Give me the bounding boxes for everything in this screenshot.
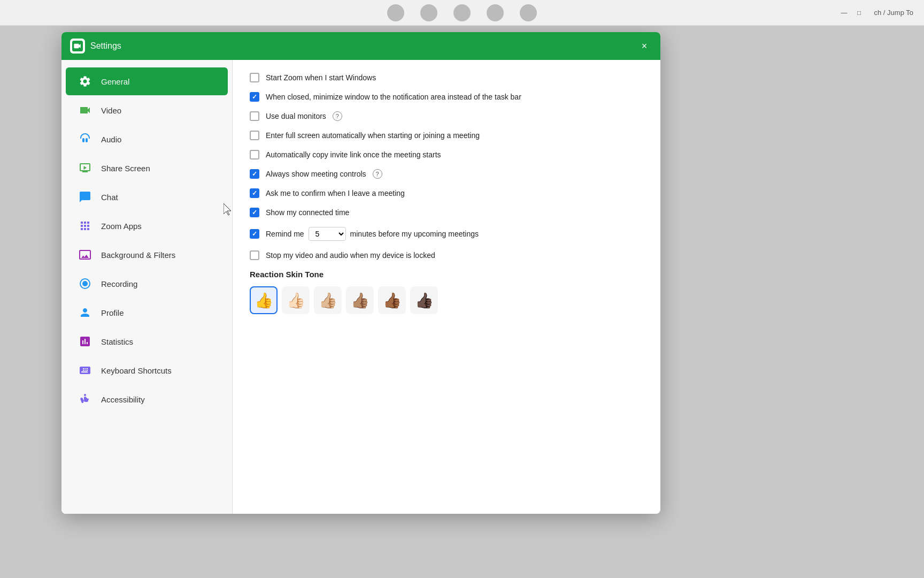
settings-dialog: Settings × General [61,32,660,514]
statistics-icon [76,333,94,350]
sidebar-item-video[interactable]: Video [66,96,228,124]
sidebar-label-background-filters: Background & Filters [101,250,175,260]
checkbox-copy-invite-label[interactable]: Automatically copy invite link once the … [266,150,441,159]
checkbox-copy-invite: Automatically copy invite link once the … [250,150,643,159]
sidebar-label-accessibility: Accessibility [101,395,145,404]
checkbox-remind-me: Remind me 5 10 15 20 minutes before my u… [250,227,643,241]
sidebar-label-share-screen: Share Screen [101,164,150,173]
main-content: Start Zoom when I start Windows When clo… [233,60,660,514]
apps-icon [76,217,94,234]
keyboard-icon [76,362,94,379]
background-icon [76,246,94,263]
remind-suffix: minutes before my upcoming meetings [350,230,479,238]
top-bar-right: — □ ch / Jump To [840,9,913,17]
checkbox-dual-monitors: Use dual monitors ? [250,111,643,121]
checkbox-full-screen: Enter full screen automatically when sta… [250,131,643,140]
sidebar-label-chat: Chat [101,193,118,202]
taskbar-icon-3 [453,4,471,21]
minimize-button[interactable]: — [840,9,849,17]
checkbox-start-windows-input[interactable] [250,73,259,82]
checkbox-start-windows: Start Zoom when I start Windows [250,73,643,82]
sidebar-item-share-screen[interactable]: Share Screen [66,154,228,182]
sidebar-label-general: General [101,77,129,86]
window-controls: — □ [840,9,864,17]
sidebar-label-audio: Audio [101,135,121,144]
chat-icon [76,188,94,206]
checkbox-connected-time-label[interactable]: Show my connected time [266,208,349,217]
dual-monitors-help-icon[interactable]: ? [333,111,342,121]
sidebar-item-chat[interactable]: Chat [66,183,228,211]
checkbox-stop-video-label[interactable]: Stop my video and audio when my device i… [266,251,435,260]
sidebar-item-accessibility[interactable]: Accessibility [66,385,228,413]
skin-tone-label: Reaction Skin Tone [250,270,643,279]
checkbox-show-controls: Always show meeting controls ? [250,169,643,179]
checkbox-dual-monitors-label[interactable]: Use dual monitors [266,112,326,120]
checkbox-full-screen-input[interactable] [250,131,259,140]
skin-tone-btn-4[interactable]: 👍🏾 [378,286,406,314]
sidebar-item-statistics[interactable]: Statistics [66,328,228,355]
headphones-icon [76,131,94,148]
sidebar-label-video: Video [101,106,121,115]
taskbar-icon-1 [387,4,404,21]
svg-point-2 [82,281,88,286]
checkbox-dual-monitors-input[interactable] [250,111,259,121]
checkbox-show-controls-label[interactable]: Always show meeting controls [266,170,366,178]
checkbox-minimize-notification-label[interactable]: When closed, minimize window to the noti… [266,93,521,101]
dialog-title: Settings [90,41,637,51]
video-icon [76,102,94,119]
sidebar-label-statistics: Statistics [101,337,133,346]
sidebar-item-zoom-apps[interactable]: Zoom Apps [66,212,228,240]
checkbox-confirm-leave-input[interactable] [250,188,259,198]
svg-point-3 [84,394,86,396]
sidebar-item-recording[interactable]: Recording [66,270,228,298]
desktop: — □ ch / Jump To Settings × [0,0,924,578]
taskbar-icon-2 [420,4,437,21]
checkbox-copy-invite-input[interactable] [250,150,259,159]
skin-tone-btn-2[interactable]: 👍🏼 [314,286,342,314]
sidebar-item-keyboard-shortcuts[interactable]: Keyboard Shortcuts [66,356,228,384]
checkbox-show-controls-input[interactable] [250,169,259,179]
recording-icon [76,275,94,292]
remind-minutes-select[interactable]: 5 10 15 20 [309,227,346,241]
dialog-titlebar: Settings × [61,32,660,60]
checkbox-confirm-leave-label[interactable]: Ask me to confirm when I leave a meeting [266,189,405,197]
taskbar-icon-4 [487,4,504,21]
sidebar-label-recording: Recording [101,279,137,288]
zoom-logo-icon [70,39,85,54]
search-jump-text: ch / Jump To [874,9,913,17]
accessibility-icon [76,391,94,408]
checkbox-stop-video-input[interactable] [250,250,259,260]
checkbox-start-windows-label[interactable]: Start Zoom when I start Windows [266,73,376,82]
skin-tone-section: Reaction Skin Tone 👍 👍🏻 👍🏼 👍🏽 👍🏾 👍🏿 [250,270,643,314]
taskbar-icon-5 [520,4,537,21]
sidebar-label-zoom-apps: Zoom Apps [101,222,142,231]
checkbox-stop-video: Stop my video and audio when my device i… [250,250,643,260]
maximize-button[interactable]: □ [855,9,864,17]
checkbox-minimize-notification-input[interactable] [250,92,259,102]
checkbox-full-screen-label[interactable]: Enter full screen automatically when sta… [266,131,480,140]
skin-tone-btn-3[interactable]: 👍🏽 [346,286,374,314]
show-controls-help-icon[interactable]: ? [373,169,382,179]
skin-tone-row: 👍 👍🏻 👍🏼 👍🏽 👍🏾 👍🏿 [250,286,643,314]
settings-sidebar: General Video [61,60,233,514]
sidebar-label-keyboard-shortcuts: Keyboard Shortcuts [101,366,172,375]
skin-tone-btn-1[interactable]: 👍🏻 [282,286,310,314]
skin-tone-btn-0[interactable]: 👍 [250,286,278,314]
dialog-body: General Video [61,60,660,514]
taskbar-icons [387,4,537,21]
checkbox-connected-time-input[interactable] [250,208,259,217]
checkbox-connected-time: Show my connected time [250,208,643,217]
close-button[interactable]: × [637,39,652,54]
sidebar-item-general[interactable]: General [66,67,228,95]
skin-tone-btn-5[interactable]: 👍🏿 [410,286,438,314]
sidebar-label-profile: Profile [101,308,124,317]
gear-icon [76,73,94,90]
sidebar-item-audio[interactable]: Audio [66,125,228,153]
top-bar: — □ ch / Jump To [0,0,924,26]
sidebar-item-profile[interactable]: Profile [66,299,228,326]
checkbox-remind-me-input[interactable] [250,229,259,239]
checkbox-minimize-notification: When closed, minimize window to the noti… [250,92,643,102]
share-screen-icon [76,159,94,177]
profile-icon [76,304,94,321]
sidebar-item-background-filters[interactable]: Background & Filters [66,241,228,269]
